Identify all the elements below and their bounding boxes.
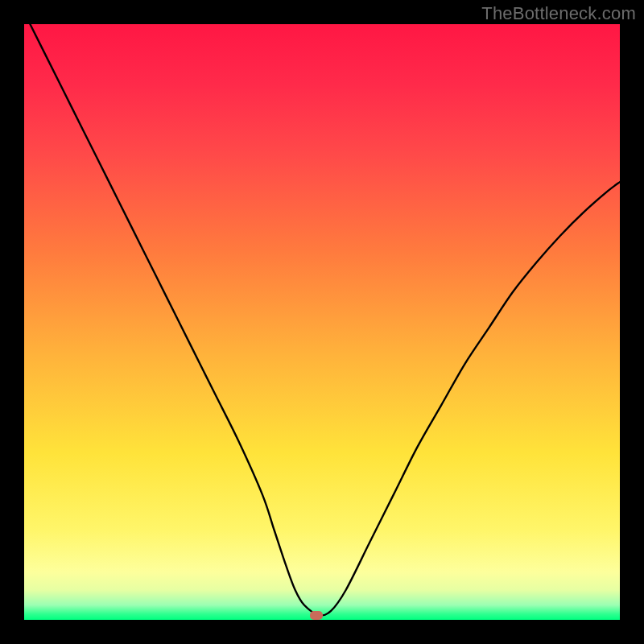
bottleneck-curve-path <box>30 24 620 616</box>
plot-area <box>24 24 620 620</box>
curve-svg <box>24 24 620 620</box>
chart-frame: TheBottleneck.com <box>0 0 644 644</box>
watermark-text: TheBottleneck.com <box>481 3 636 24</box>
bottleneck-marker <box>310 611 323 620</box>
